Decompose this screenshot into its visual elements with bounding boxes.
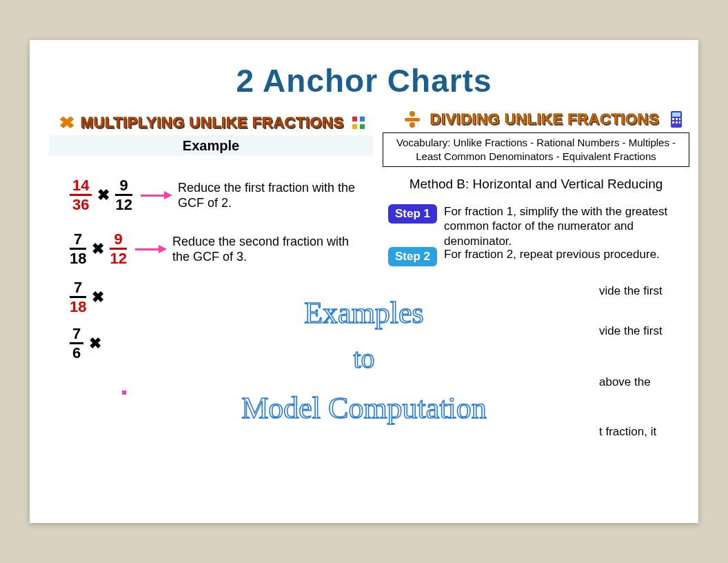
- multiplying-fractions-title: MULTIPLYING UNLIKE FRACTIONS: [81, 114, 344, 132]
- anchor-chart-slide: 2 Anchor Charts ✖ MULTIPLYING UNLIKE FRA…: [30, 40, 698, 523]
- step-row: Step 2 For fraction 2, repeat previous p…: [388, 247, 690, 266]
- vocabulary-box: Vocabulary: Unlike Fractions - Rational …: [383, 132, 689, 167]
- arrow-icon: [135, 245, 167, 253]
- times-symbol: ✖: [97, 186, 110, 204]
- calculator-icon: [671, 111, 682, 128]
- fraction-2: 9 12: [115, 178, 132, 213]
- times-symbol: ✖: [92, 240, 104, 258]
- overlay-line-2: to: [30, 342, 698, 375]
- step-note: Reduce the first fraction with the GCF o…: [178, 180, 357, 211]
- example-label: Example: [49, 135, 373, 156]
- overlay-line-1: Examples: [30, 295, 698, 330]
- divide-icon: [405, 111, 420, 128]
- method-b-label: Method B: Horizontal and Vertical Reduci…: [383, 177, 689, 192]
- right-column-header: DIVIDING UNLIKE FRACTIONS: [395, 110, 691, 128]
- overlay-line-3: Model Computation: [30, 391, 698, 426]
- step-2-text: For fraction 2, repeat previous procedur…: [444, 247, 660, 261]
- fraction-1: 14 36: [70, 178, 92, 213]
- fraction-2: 9 12: [110, 232, 126, 266]
- step-1-badge: Step 1: [388, 204, 437, 224]
- step-row: Step 1 For fraction 1, simplify the with…: [388, 204, 690, 248]
- step-note: Reduce the second fraction with the GCF …: [172, 234, 352, 265]
- page-title: 2 Anchor Charts: [30, 62, 698, 99]
- truncated-text: t fraction, it: [599, 425, 689, 439]
- times-icon: ✖: [59, 113, 75, 132]
- fraction-row: 7 18 ✖ 9 12 Reduce the second fraction w…: [70, 232, 352, 266]
- truncated-text: above the: [599, 375, 689, 389]
- step-2-badge: Step 2: [388, 247, 437, 266]
- fraction-1: 7 18: [70, 232, 86, 266]
- step-1-text: For fraction 1, simplify the with the gr…: [444, 204, 690, 248]
- color-squares-icon: [352, 117, 365, 129]
- fraction-row: 14 36 ✖ 9 12 Reduce the first fraction w…: [70, 178, 357, 213]
- arrow-icon: [141, 191, 172, 199]
- dividing-fractions-title: DIVIDING UNLIKE FRACTIONS: [430, 110, 660, 128]
- left-column-header: ✖ MULTIPLYING UNLIKE FRACTIONS: [50, 113, 374, 132]
